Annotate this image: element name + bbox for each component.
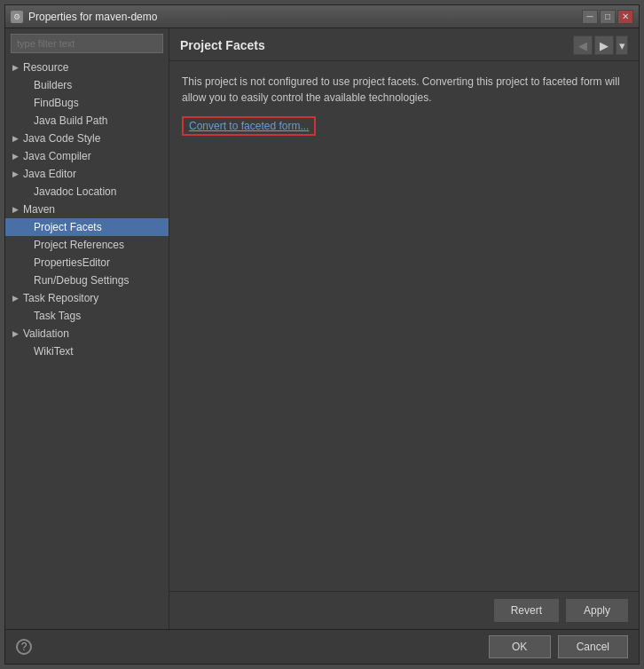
- arrow-icon: ▶: [12, 152, 23, 161]
- window-icon: ⚙: [11, 11, 23, 23]
- close-button[interactable]: ✕: [617, 10, 633, 24]
- window-title: Properties for maven-demo: [28, 11, 582, 23]
- sidebar-item-resource[interactable]: ▶ Resource: [5, 59, 169, 76]
- titlebar-buttons: ─ □ ✕: [582, 10, 633, 24]
- sidebar-item-javadoc-location[interactable]: Javadoc Location: [5, 183, 169, 201]
- maximize-button[interactable]: □: [600, 10, 616, 24]
- arrow-icon: ▶: [12, 205, 23, 214]
- nav-dropdown-button[interactable]: ▾: [616, 35, 628, 55]
- panel-header: Project Facets ◀ ▶ ▾: [169, 28, 639, 61]
- back-button[interactable]: ◀: [573, 35, 593, 55]
- sidebar: ▶ Resource Builders FindBugs Java Build …: [5, 28, 169, 629]
- nav-buttons: ◀ ▶ ▾: [573, 35, 628, 55]
- sidebar-item-maven[interactable]: ▶ Maven: [5, 201, 169, 218]
- titlebar: ⚙ Properties for maven-demo ─ □ ✕: [5, 5, 639, 28]
- forward-button[interactable]: ▶: [594, 35, 614, 55]
- properties-window: ⚙ Properties for maven-demo ─ □ ✕ ▶ Reso…: [4, 4, 640, 665]
- sidebar-item-java-build-path[interactable]: Java Build Path: [5, 112, 169, 130]
- content-area: ▶ Resource Builders FindBugs Java Build …: [5, 28, 639, 629]
- arrow-icon: ▶: [12, 329, 23, 338]
- sidebar-item-findbugs[interactable]: FindBugs: [5, 94, 169, 112]
- ok-button[interactable]: OK: [489, 635, 551, 658]
- footer-right: OK Cancel: [489, 635, 628, 658]
- sidebar-item-task-repository[interactable]: ▶ Task Repository: [5, 289, 169, 307]
- description-text: This project is not configured to use pr…: [182, 74, 626, 106]
- sidebar-item-run-debug-settings[interactable]: Run/Debug Settings: [5, 272, 169, 289]
- arrow-icon: ▶: [12, 63, 23, 72]
- arrow-icon: ▶: [12, 134, 23, 143]
- sidebar-item-java-code-style[interactable]: ▶ Java Code Style: [5, 130, 169, 147]
- arrow-icon: ▶: [12, 169, 23, 178]
- panel-body: This project is not configured to use pr…: [169, 61, 639, 591]
- help-button[interactable]: ?: [16, 639, 32, 655]
- cancel-button[interactable]: Cancel: [558, 635, 628, 658]
- sidebar-item-properties-editor[interactable]: PropertiesEditor: [5, 254, 169, 272]
- filter-input[interactable]: [11, 34, 163, 53]
- main-panel: Project Facets ◀ ▶ ▾ This project is not…: [169, 28, 639, 629]
- sidebar-item-builders[interactable]: Builders: [5, 76, 169, 94]
- minimize-button[interactable]: ─: [582, 10, 598, 24]
- footer-bar: ? OK Cancel: [5, 629, 639, 664]
- sidebar-item-task-tags[interactable]: Task Tags: [5, 307, 169, 325]
- revert-button[interactable]: Revert: [494, 599, 559, 622]
- sidebar-item-java-compiler[interactable]: ▶ Java Compiler: [5, 147, 169, 165]
- bottom-bar: Revert Apply: [169, 591, 639, 629]
- sidebar-item-java-editor[interactable]: ▶ Java Editor: [5, 165, 169, 183]
- arrow-icon: ▶: [12, 294, 23, 303]
- apply-button[interactable]: Apply: [566, 599, 628, 622]
- sidebar-item-validation[interactable]: ▶ Validation: [5, 325, 169, 342]
- panel-title: Project Facets: [180, 38, 573, 52]
- sidebar-item-project-facets[interactable]: Project Facets: [5, 218, 169, 236]
- sidebar-item-project-references[interactable]: Project References: [5, 236, 169, 254]
- convert-link[interactable]: Convert to faceted form...: [182, 116, 316, 136]
- sidebar-item-wikitext[interactable]: WikiText: [5, 342, 169, 360]
